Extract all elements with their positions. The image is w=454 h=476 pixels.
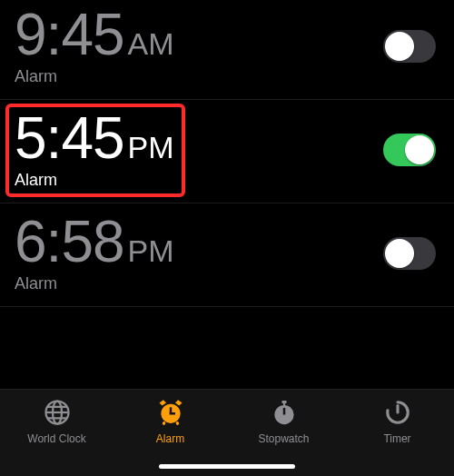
tab-bar: World Clock Alarm Stopwatch: [0, 389, 454, 476]
alarm-row[interactable]: 9:45 AM Alarm: [0, 0, 454, 100]
tab-label: World Clock: [27, 432, 85, 445]
alarm-label: Alarm: [15, 67, 174, 86]
alarm-label: Alarm: [15, 274, 174, 293]
alarm-info: 6:58 PM Alarm: [15, 213, 174, 293]
tab-label: Timer: [383, 432, 410, 445]
alarm-info: 5:45 PM Alarm: [15, 109, 174, 190]
tab-stopwatch[interactable]: Stopwatch: [227, 399, 340, 445]
svg-rect-10: [283, 402, 285, 405]
alarm-label: Alarm: [15, 171, 174, 190]
tab-world-clock[interactable]: World Clock: [0, 399, 114, 445]
alarm-ampm: PM: [128, 132, 174, 163]
globe-icon: [44, 399, 71, 429]
alarm-time: 5:45: [15, 109, 124, 167]
svg-rect-5: [169, 412, 174, 415]
stopwatch-icon: [271, 399, 298, 429]
alarm-row[interactable]: 6:58 PM Alarm: [0, 203, 454, 307]
toggle-knob: [385, 239, 414, 268]
tab-label: Stopwatch: [258, 432, 309, 445]
toggle-knob: [405, 135, 434, 164]
alarm-ampm: PM: [128, 235, 174, 266]
alarm-clock-icon: [157, 399, 184, 429]
alarm-info: 9:45 AM Alarm: [15, 5, 174, 86]
tab-label: Alarm: [156, 432, 184, 445]
alarm-toggle[interactable]: [383, 30, 436, 63]
svg-rect-7: [175, 421, 179, 426]
alarm-row[interactable]: 5:45 PM Alarm: [0, 100, 454, 203]
alarm-time: 6:58: [15, 213, 124, 271]
tab-timer[interactable]: Timer: [340, 399, 454, 445]
home-indicator[interactable]: [159, 464, 295, 469]
toggle-knob: [385, 32, 414, 61]
alarm-toggle[interactable]: [383, 237, 436, 270]
timer-icon: [384, 399, 411, 429]
alarm-time: 9:45: [15, 5, 124, 64]
svg-rect-6: [162, 421, 165, 426]
alarm-ampm: AM: [128, 28, 174, 59]
alarm-list: 9:45 AM Alarm 5:45 PM Alarm: [0, 0, 454, 307]
alarm-toggle[interactable]: [383, 134, 436, 166]
tab-alarm[interactable]: Alarm: [114, 399, 227, 445]
svg-rect-11: [282, 408, 285, 415]
